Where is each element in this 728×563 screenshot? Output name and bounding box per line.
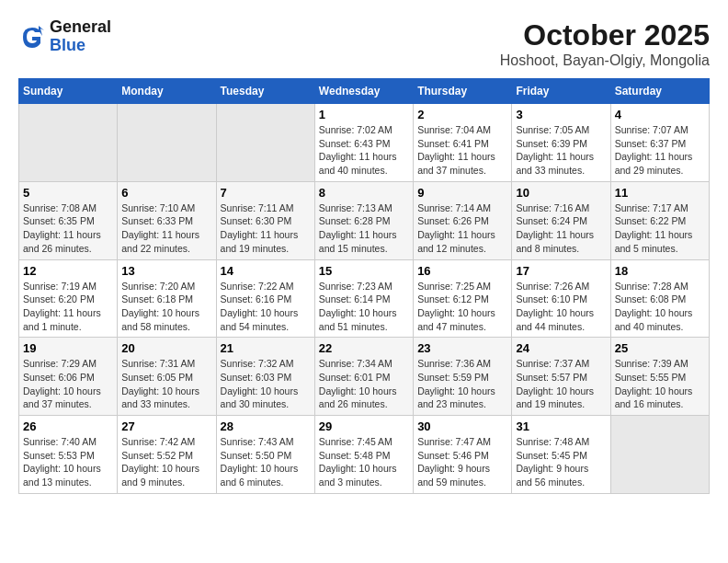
calendar-cell: 9Sunrise: 7:14 AM Sunset: 6:26 PM Daylig… bbox=[414, 181, 512, 259]
calendar-cell: 29Sunrise: 7:45 AM Sunset: 5:48 PM Dayli… bbox=[314, 416, 413, 494]
day-info: Sunrise: 7:26 AM Sunset: 6:10 PM Dayligh… bbox=[516, 280, 606, 334]
calendar-cell bbox=[216, 104, 314, 182]
calendar-cell bbox=[610, 416, 709, 494]
day-info: Sunrise: 7:34 AM Sunset: 6:01 PM Dayligh… bbox=[319, 357, 409, 411]
calendar-cell: 25Sunrise: 7:39 AM Sunset: 5:55 PM Dayli… bbox=[610, 338, 709, 416]
weekday-header-tuesday: Tuesday bbox=[216, 79, 314, 104]
calendar-cell: 28Sunrise: 7:43 AM Sunset: 5:50 PM Dayli… bbox=[216, 416, 314, 494]
calendar-cell: 16Sunrise: 7:25 AM Sunset: 6:12 PM Dayli… bbox=[414, 259, 512, 338]
day-number: 22 bbox=[319, 341, 409, 355]
day-number: 27 bbox=[121, 419, 211, 433]
day-number: 1 bbox=[319, 108, 409, 121]
calendar-cell: 20Sunrise: 7:31 AM Sunset: 6:05 PM Dayli… bbox=[118, 338, 216, 416]
calendar-cell: 3Sunrise: 7:05 AM Sunset: 6:39 PM Daylig… bbox=[512, 104, 610, 182]
day-info: Sunrise: 7:20 AM Sunset: 6:18 PM Dayligh… bbox=[121, 280, 211, 334]
calendar-cell: 7Sunrise: 7:11 AM Sunset: 6:30 PM Daylig… bbox=[216, 181, 314, 259]
logo-icon bbox=[18, 23, 46, 51]
calendar-cell: 2Sunrise: 7:04 AM Sunset: 6:41 PM Daylig… bbox=[414, 104, 512, 182]
day-number: 14 bbox=[221, 264, 311, 278]
day-number: 25 bbox=[615, 341, 705, 355]
calendar-cell: 12Sunrise: 7:19 AM Sunset: 6:20 PM Dayli… bbox=[19, 259, 118, 338]
weekday-header-thursday: Thursday bbox=[414, 79, 512, 104]
day-info: Sunrise: 7:37 AM Sunset: 5:57 PM Dayligh… bbox=[516, 357, 606, 411]
header: General Blue October 2025 Hoshoot, Bayan… bbox=[18, 18, 710, 69]
day-info: Sunrise: 7:36 AM Sunset: 5:59 PM Dayligh… bbox=[417, 357, 507, 411]
day-number: 28 bbox=[221, 419, 311, 433]
day-number: 7 bbox=[221, 186, 311, 200]
day-info: Sunrise: 7:47 AM Sunset: 5:46 PM Dayligh… bbox=[417, 435, 507, 489]
day-info: Sunrise: 7:13 AM Sunset: 6:28 PM Dayligh… bbox=[319, 201, 409, 256]
calendar-cell: 30Sunrise: 7:47 AM Sunset: 5:46 PM Dayli… bbox=[414, 416, 512, 494]
day-number: 10 bbox=[516, 186, 606, 200]
day-info: Sunrise: 7:19 AM Sunset: 6:20 PM Dayligh… bbox=[23, 280, 113, 334]
day-info: Sunrise: 7:14 AM Sunset: 6:26 PM Dayligh… bbox=[417, 201, 507, 256]
weekday-header-monday: Monday bbox=[118, 79, 216, 104]
calendar-cell: 26Sunrise: 7:40 AM Sunset: 5:53 PM Dayli… bbox=[19, 416, 118, 494]
calendar-table: SundayMondayTuesdayWednesdayThursdayFrid… bbox=[18, 78, 710, 494]
calendar-cell: 18Sunrise: 7:28 AM Sunset: 6:08 PM Dayli… bbox=[610, 259, 709, 338]
day-number: 31 bbox=[516, 419, 606, 433]
calendar-cell: 17Sunrise: 7:26 AM Sunset: 6:10 PM Dayli… bbox=[512, 259, 610, 338]
day-info: Sunrise: 7:02 AM Sunset: 6:43 PM Dayligh… bbox=[319, 123, 409, 178]
calendar-cell: 23Sunrise: 7:36 AM Sunset: 5:59 PM Dayli… bbox=[414, 338, 512, 416]
day-info: Sunrise: 7:28 AM Sunset: 6:08 PM Dayligh… bbox=[615, 280, 705, 334]
day-number: 29 bbox=[319, 419, 409, 433]
day-number: 6 bbox=[121, 186, 211, 200]
calendar-cell: 11Sunrise: 7:17 AM Sunset: 6:22 PM Dayli… bbox=[610, 181, 709, 259]
day-info: Sunrise: 7:39 AM Sunset: 5:55 PM Dayligh… bbox=[615, 357, 705, 411]
day-number: 19 bbox=[23, 341, 113, 355]
calendar-week-row: 26Sunrise: 7:40 AM Sunset: 5:53 PM Dayli… bbox=[19, 416, 710, 494]
page-subtitle: Hoshoot, Bayan-Olgiy, Mongolia bbox=[500, 52, 710, 69]
day-info: Sunrise: 7:22 AM Sunset: 6:16 PM Dayligh… bbox=[221, 280, 311, 334]
day-info: Sunrise: 7:29 AM Sunset: 6:06 PM Dayligh… bbox=[23, 357, 113, 411]
day-info: Sunrise: 7:42 AM Sunset: 5:52 PM Dayligh… bbox=[121, 435, 211, 489]
day-number: 17 bbox=[516, 264, 606, 278]
calendar-cell: 15Sunrise: 7:23 AM Sunset: 6:14 PM Dayli… bbox=[314, 259, 413, 338]
calendar-cell bbox=[118, 104, 216, 182]
calendar-week-row: 12Sunrise: 7:19 AM Sunset: 6:20 PM Dayli… bbox=[19, 259, 710, 338]
calendar-cell: 31Sunrise: 7:48 AM Sunset: 5:45 PM Dayli… bbox=[512, 416, 610, 494]
day-number: 21 bbox=[221, 341, 311, 355]
weekday-header-wednesday: Wednesday bbox=[314, 79, 413, 104]
calendar-cell: 21Sunrise: 7:32 AM Sunset: 6:03 PM Dayli… bbox=[216, 338, 314, 416]
calendar-cell: 22Sunrise: 7:34 AM Sunset: 6:01 PM Dayli… bbox=[314, 338, 413, 416]
day-number: 9 bbox=[417, 186, 507, 200]
calendar-cell: 27Sunrise: 7:42 AM Sunset: 5:52 PM Dayli… bbox=[118, 416, 216, 494]
calendar-cell: 5Sunrise: 7:08 AM Sunset: 6:35 PM Daylig… bbox=[19, 181, 118, 259]
calendar-cell: 13Sunrise: 7:20 AM Sunset: 6:18 PM Dayli… bbox=[118, 259, 216, 338]
day-info: Sunrise: 7:05 AM Sunset: 6:39 PM Dayligh… bbox=[516, 123, 606, 178]
day-info: Sunrise: 7:31 AM Sunset: 6:05 PM Dayligh… bbox=[121, 357, 211, 411]
day-info: Sunrise: 7:40 AM Sunset: 5:53 PM Dayligh… bbox=[23, 435, 113, 489]
day-number: 5 bbox=[23, 186, 113, 200]
day-number: 18 bbox=[615, 264, 705, 278]
day-number: 24 bbox=[516, 341, 606, 355]
day-number: 12 bbox=[23, 264, 113, 278]
day-number: 30 bbox=[417, 419, 507, 433]
weekday-header-friday: Friday bbox=[512, 79, 610, 104]
day-info: Sunrise: 7:17 AM Sunset: 6:22 PM Dayligh… bbox=[615, 201, 705, 256]
day-number: 2 bbox=[417, 108, 507, 121]
day-info: Sunrise: 7:07 AM Sunset: 6:37 PM Dayligh… bbox=[615, 123, 705, 178]
logo: General Blue bbox=[18, 18, 111, 55]
calendar-cell: 8Sunrise: 7:13 AM Sunset: 6:28 PM Daylig… bbox=[314, 181, 413, 259]
day-number: 15 bbox=[319, 264, 409, 278]
weekday-header-row: SundayMondayTuesdayWednesdayThursdayFrid… bbox=[19, 79, 710, 104]
day-number: 8 bbox=[319, 186, 409, 200]
calendar-week-row: 1Sunrise: 7:02 AM Sunset: 6:43 PM Daylig… bbox=[19, 104, 710, 182]
calendar-cell: 19Sunrise: 7:29 AM Sunset: 6:06 PM Dayli… bbox=[19, 338, 118, 416]
weekday-header-saturday: Saturday bbox=[610, 79, 709, 104]
calendar-week-row: 19Sunrise: 7:29 AM Sunset: 6:06 PM Dayli… bbox=[19, 338, 710, 416]
day-info: Sunrise: 7:45 AM Sunset: 5:48 PM Dayligh… bbox=[319, 435, 409, 489]
day-info: Sunrise: 7:04 AM Sunset: 6:41 PM Dayligh… bbox=[417, 123, 507, 178]
day-info: Sunrise: 7:43 AM Sunset: 5:50 PM Dayligh… bbox=[221, 435, 311, 489]
day-number: 20 bbox=[121, 341, 211, 355]
day-info: Sunrise: 7:23 AM Sunset: 6:14 PM Dayligh… bbox=[319, 280, 409, 334]
day-number: 26 bbox=[23, 419, 113, 433]
calendar-cell: 14Sunrise: 7:22 AM Sunset: 6:16 PM Dayli… bbox=[216, 259, 314, 338]
calendar-cell bbox=[19, 104, 118, 182]
day-number: 3 bbox=[516, 108, 606, 121]
day-info: Sunrise: 7:10 AM Sunset: 6:33 PM Dayligh… bbox=[121, 201, 211, 256]
day-number: 23 bbox=[417, 341, 507, 355]
logo-text: General Blue bbox=[50, 18, 111, 55]
weekday-header-sunday: Sunday bbox=[19, 79, 118, 104]
